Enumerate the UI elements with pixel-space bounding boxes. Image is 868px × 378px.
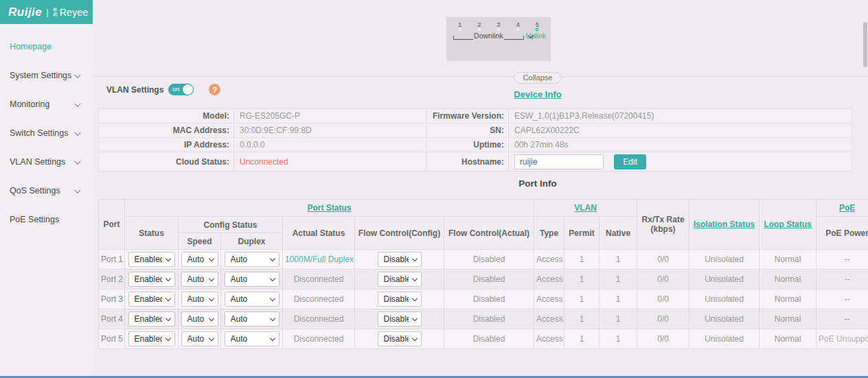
chevron-down-icon [74,100,81,107]
isolation-status: Unisolated [689,309,760,329]
rxtx-rate: 0/0 [637,290,689,309]
sidebar-item-qos-settings[interactable]: QoS Settings [0,176,93,205]
actual-status: Disconnected [283,290,355,309]
port-diagram-panel: 1 2 3 4 5 Downlink Uplink [446,17,551,61]
isolation-status: Unisolated [689,270,760,290]
port-number: 5 [529,21,546,28]
vlan-type: Access [534,270,564,290]
flow-control-actual: Disabled [444,290,534,309]
col-header-fc-actual: Flow Control(Actual) [444,217,534,250]
loop-status-link[interactable]: Loop Status [764,220,811,229]
vlan-toggle-switch[interactable]: on [168,84,194,95]
device-cloud-status-value: Unconnected [234,152,426,172]
port-number: 4 [510,21,527,28]
actual-status: Disconnected [283,270,355,290]
device-field-label: Hostname: [426,152,509,172]
port-info-title: Port Info [469,178,606,189]
sidebar-item-homepage[interactable]: Homepage [0,32,93,61]
chevron-down-icon [74,129,81,136]
col-header-config-status: Config Status [179,217,283,233]
device-uptime-value: 00h 27min 48s [509,138,852,152]
poe-power: -- [816,309,868,329]
isolation-status: Unisolated [689,250,760,270]
loop-status: Normal [760,290,816,309]
port2-duplex-select[interactable]: Auto [225,272,279,287]
device-field-label: Model: [99,109,234,123]
vlan-native: 1 [599,309,637,329]
port4-speed-select[interactable]: Auto [181,311,218,327]
port-1-jack-connected[interactable] [459,28,461,31]
port2-status-select[interactable]: Enabled [128,272,175,287]
isolation-status-link[interactable]: Isolation Status [694,220,755,229]
device-sn-value: CAPL62X00222C [509,123,852,138]
col-header-rxtx: Rx/Tx Rate (kbps) [637,200,689,250]
port4-status-select[interactable]: Enabled [128,311,175,327]
port2-flow-control-select[interactable]: Disabled [378,272,422,287]
flow-control-actual: Disabled [444,329,534,349]
brand-logo-divider: | [46,7,48,17]
port-4-jack[interactable] [516,28,519,31]
col-header-permit: Permit [564,217,599,250]
brand-logo-reyee: Reyee [60,7,89,18]
edit-hostname-button[interactable]: Edit [614,154,646,169]
vlan-type: Access [534,290,564,309]
sidebar-item-poe-settings[interactable]: PoE Settings [0,205,93,234]
port-row-4: Port 4 Enabled Auto Auto Disconnected Di… [99,309,868,329]
port1-duplex-select[interactable]: Auto [225,252,279,267]
port5-flow-control-select[interactable]: Disabled [378,331,422,346]
port1-status-select[interactable]: Enabled [128,252,175,267]
collapse-button[interactable]: Collapse [514,72,562,84]
chevron-down-icon [74,71,81,78]
port5-speed-select[interactable]: Auto [181,331,218,346]
port-row-3: Port 3 Enabled Auto Auto Disconnected Di… [99,290,868,309]
port5-duplex-select[interactable]: Auto [225,331,279,346]
port4-duplex-select[interactable]: Auto [225,311,279,327]
port3-speed-select[interactable]: Auto [181,292,218,307]
vlan-type: Access [534,309,564,329]
actual-status: Disconnected [283,309,355,329]
sidebar-item-switch-settings[interactable]: Switch Settings [0,119,93,147]
sidebar-item-system-settings[interactable]: System Settings [0,61,93,90]
port-5-jack-uplink-selected[interactable] [536,28,538,31]
port2-speed-select[interactable]: Auto [181,272,218,287]
port-number: 3 [490,21,507,28]
device-field-label: MAC Address: [99,123,234,138]
col-header-poe: PoE [816,200,868,217]
vertical-scrollbar-thumb[interactable] [863,22,867,67]
port-name: Port 2 [99,270,125,290]
loop-status: Normal [760,270,816,290]
port3-status-select[interactable]: Enabled [128,292,175,307]
poe-power: -- [816,250,868,270]
vlan-permit: 1 [564,270,599,290]
vlan-type: Access [534,329,564,349]
vlan-link[interactable]: VLAN [574,203,597,213]
port1-flow-control-select[interactable]: Disabled [378,252,422,267]
help-icon[interactable]: ? [209,84,220,95]
port-status-link[interactable]: Port Status [308,203,352,213]
port-row-5: Port 5 Enabled Auto Auto Disconnected Di… [99,329,868,349]
rxtx-rate: 0/0 [637,309,689,329]
hostname-input[interactable] [514,154,604,169]
port4-flow-control-select[interactable]: Disabled [378,311,422,327]
port-info-table-wrap: Port Port Status VLAN Rx/Tx Rate (kbps) … [98,199,868,349]
port-name: Port 3 [99,290,125,309]
device-field-label: SN: [426,123,509,138]
port1-speed-select[interactable]: Auto [181,252,218,267]
port5-status-select[interactable]: Enabled [128,331,175,346]
port-2-jack[interactable] [478,28,481,31]
actual-status: Disconnected [283,329,355,349]
col-header-fc-config: Flow Control(Config) [355,217,444,250]
toggle-knob [183,84,193,95]
poe-link[interactable]: PoE [839,203,855,213]
sidebar-item-monitoring[interactable]: Monitoring [0,90,93,119]
vlan-permit: 1 [564,290,599,309]
device-info-link[interactable]: Device Info [514,89,561,99]
port3-duplex-select[interactable]: Auto [225,292,279,307]
port-3-jack[interactable] [497,28,500,31]
sidebar-item-vlan-settings[interactable]: VLAN Settings [0,147,93,176]
sidebar-item-label: PoE Settings [10,215,59,224]
col-header-loop: Loop Status [760,200,816,250]
port3-flow-control-select[interactable]: Disabled [378,292,422,307]
section-divider [93,76,868,77]
rxtx-rate: 0/0 [637,270,689,290]
